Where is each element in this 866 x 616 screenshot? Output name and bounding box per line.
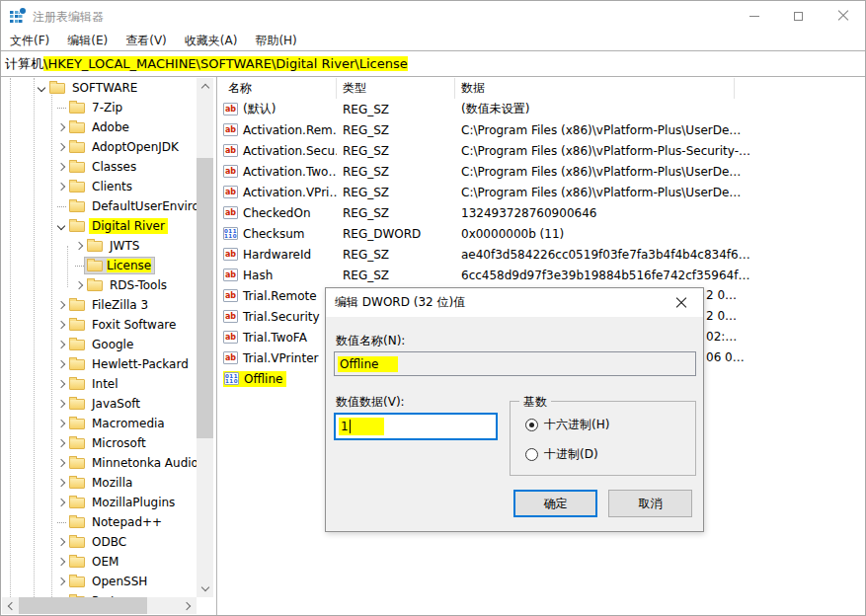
table-row[interactable]: abActivation.Rem…REG_SZC:\Program Files …: [219, 119, 866, 140]
tree-item-oem[interactable]: OEM: [2, 552, 197, 572]
chevron-right-icon[interactable]: [55, 374, 67, 394]
chevron-down-icon[interactable]: [36, 78, 47, 98]
value-name-field[interactable]: Offline: [334, 351, 696, 376]
table-row[interactable]: 011110ChecksumREG_DWORD0x0000000b (11): [219, 223, 866, 244]
radio-unchecked-icon[interactable]: [525, 448, 538, 461]
menu-view[interactable]: 查看(V): [117, 31, 176, 51]
tree-item-adoptopenjdk[interactable]: AdoptOpenJDK: [2, 137, 197, 157]
minimize-button[interactable]: [732, 1, 776, 31]
tree-item-label: Digital River: [89, 218, 168, 234]
menu-bar: 文件(F) 编辑(E) 查看(V) 收藏夹(A) 帮助(H): [1, 31, 865, 50]
tree-item-intel[interactable]: Intel: [2, 374, 197, 394]
chevron-right-icon[interactable]: [55, 414, 67, 433]
chevron-right-icon[interactable]: [55, 473, 67, 493]
value-data: C:\Program Files (x86)\vPlatform-Plus\Us…: [455, 165, 866, 179]
tree-item-clients[interactable]: Clients: [2, 177, 197, 196]
column-header-name[interactable]: 名称: [219, 78, 337, 99]
tree-item-odbc[interactable]: ODBC: [2, 532, 197, 552]
chevron-right-icon[interactable]: [55, 117, 67, 137]
menu-favorites[interactable]: 收藏夹(A): [176, 31, 247, 51]
folder-icon: [69, 478, 85, 489]
table-row[interactable]: abHardwareIdREG_SZae40f3d584226cc0519f03…: [219, 244, 866, 265]
scrollbar-thumb[interactable]: [197, 158, 213, 438]
tree-item-google[interactable]: Google: [2, 335, 197, 354]
radio-decimal[interactable]: 十进制(D): [525, 446, 598, 463]
scroll-down-icon[interactable]: [197, 580, 213, 597]
close-button[interactable]: [821, 1, 865, 31]
menu-edit[interactable]: 编辑(E): [58, 31, 117, 51]
tree-item-adobe[interactable]: Adobe: [2, 117, 197, 137]
chevron-right-icon[interactable]: [55, 177, 67, 196]
chevron-right-icon[interactable]: [55, 532, 67, 552]
dialog-close-button[interactable]: [659, 288, 703, 317]
tree-item-digital-river[interactable]: Digital River: [2, 216, 197, 236]
table-row[interactable]: abCheckedOnREG_SZ132493728760900646: [219, 202, 866, 223]
cancel-button[interactable]: 取消: [608, 490, 692, 517]
chevron-right-icon[interactable]: [55, 354, 67, 374]
chevron-right-icon[interactable]: [55, 335, 67, 354]
table-row[interactable]: abActivation.VPri…REG_SZC:\Program Files…: [219, 182, 866, 202]
tree-item-defaultuserenvironment[interactable]: DefaultUserEnvironm: [2, 196, 197, 216]
menu-file[interactable]: 文件(F): [1, 31, 58, 51]
chevron-right-icon[interactable]: [55, 295, 67, 315]
tree-item-openssh[interactable]: OpenSSH: [2, 572, 197, 591]
tree-item-minnetonka-audio[interactable]: Minnetonka Audio: [2, 453, 197, 473]
radio-hexadecimal[interactable]: 十六进制(H): [525, 417, 609, 433]
tree-item-foxit-software[interactable]: Foxit Software: [2, 315, 197, 335]
radio-checked-icon[interactable]: [525, 419, 538, 431]
tree-item-7zip[interactable]: 7-Zip: [2, 98, 197, 117]
chevron-right-icon[interactable]: [55, 552, 67, 572]
tree-item-filezilla3[interactable]: FileZilla 3: [2, 295, 197, 315]
column-header-type[interactable]: 类型: [337, 78, 455, 99]
table-row[interactable]: ab(默认)REG_SZ(数值未设置): [219, 99, 866, 119]
tree-item-notepadpp[interactable]: Notepad++: [2, 512, 197, 532]
menu-help[interactable]: 帮助(H): [246, 31, 305, 51]
scroll-up-icon[interactable]: [197, 78, 213, 95]
scroll-left-icon[interactable]: [2, 597, 19, 614]
panel-splitter[interactable]: [216, 77, 217, 616]
tree-item-microsoft[interactable]: Microsoft: [2, 433, 197, 453]
table-row[interactable]: abActivation.Two…REG_SZC:\Program Files …: [219, 161, 866, 182]
value-data: 132493728760900646: [455, 206, 866, 220]
tree-item-software[interactable]: SOFTWARE: [2, 78, 197, 98]
tree-vertical-scrollbar[interactable]: [197, 78, 213, 597]
folder-icon: [69, 577, 85, 587]
chevron-right-icon[interactable]: [55, 572, 67, 591]
value-data: (数值未设置): [455, 101, 866, 117]
value-data-input[interactable]: 1: [334, 413, 498, 440]
chevron-right-icon[interactable]: [55, 137, 67, 157]
maximize-button[interactable]: [776, 1, 821, 31]
chevron-right-icon[interactable]: [55, 453, 67, 473]
folder-icon: [69, 557, 85, 568]
tree-item-mozilla[interactable]: Mozilla: [2, 473, 197, 493]
chevron-right-icon[interactable]: [55, 157, 67, 177]
chevron-right-icon[interactable]: [55, 433, 67, 453]
title-bar: 注册表编辑器: [1, 1, 865, 31]
chevron-down-icon[interactable]: [55, 216, 67, 236]
folder-icon: [49, 83, 65, 94]
value-type: REG_SZ: [337, 144, 455, 158]
table-row[interactable]: abHashREG_SZ6cc458d9d97f3e39b19884b516fe…: [219, 265, 866, 285]
tree-item-macromedia[interactable]: Macromedia: [2, 414, 197, 433]
value-name: Activation.Rem…: [243, 123, 337, 137]
chevron-right-icon[interactable]: [73, 236, 85, 256]
scroll-right-icon[interactable]: [180, 597, 197, 614]
chevron-right-icon[interactable]: [55, 394, 67, 414]
tree-item-jwts[interactable]: JWTS: [2, 236, 197, 256]
table-row[interactable]: abActivation.Secu…REG_SZC:\Program Files…: [219, 140, 866, 161]
address-bar[interactable]: 计算机\HKEY_LOCAL_MACHINE\SOFTWARE\Digital …: [1, 50, 865, 77]
tree-item-classes[interactable]: Classes: [2, 157, 197, 177]
scrollbar-thumb[interactable]: [19, 597, 147, 614]
ok-button[interactable]: 确定: [513, 490, 597, 517]
tree-item-hewlett-packard[interactable]: Hewlett-Packard: [2, 354, 197, 374]
tree-item-javasoft[interactable]: JavaSoft: [2, 394, 197, 414]
tree-horizontal-scrollbar[interactable]: [2, 597, 197, 614]
chevron-right-icon[interactable]: [55, 315, 67, 335]
tree-item-rds-tools[interactable]: RDS-Tools: [2, 275, 197, 295]
column-header-data[interactable]: 数据: [455, 78, 735, 99]
chevron-right-icon[interactable]: [55, 493, 67, 512]
tree-item-mozillaplugins[interactable]: MozillaPlugins: [2, 493, 197, 512]
chevron-right-icon[interactable]: [73, 275, 85, 295]
tree-item-license[interactable]: License: [2, 256, 197, 275]
value-name: Activation.VPri…: [243, 186, 337, 199]
